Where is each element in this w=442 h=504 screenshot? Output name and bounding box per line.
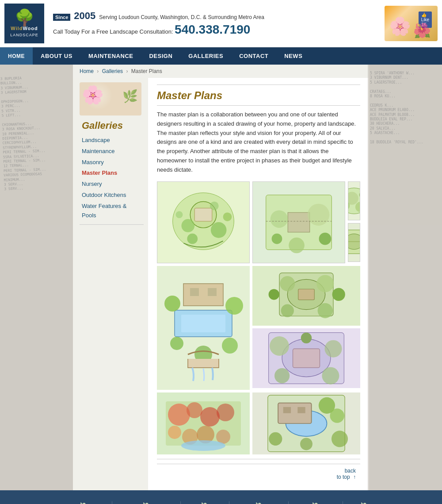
svg-point-14 (308, 204, 330, 226)
svg-point-6 (187, 233, 198, 244)
svg-point-64 (217, 404, 234, 421)
svg-point-56 (274, 368, 290, 383)
breadcrumb-home[interactable]: Home (80, 68, 94, 74)
header-info: Since 2005 Serving Loudoun County, Washi… (49, 10, 385, 37)
logo-wild: WildWood (10, 26, 38, 31)
sidebar-galleries-title: Galleries (80, 120, 144, 131)
nav-galleries-label: GALLERIES (188, 53, 223, 59)
svg-point-13 (271, 210, 288, 228)
svg-point-78 (269, 432, 282, 445)
svg-point-7 (210, 201, 219, 210)
nav-news[interactable]: NEWS (276, 47, 310, 65)
footer-nav-items: ❧ ABOUT US ❧ MAINTENANCE ❧ DESIGN ❧ GALL… (4, 499, 438, 504)
gallery-image-4[interactable] (348, 223, 360, 262)
top-divider (157, 85, 360, 85)
svg-point-80 (300, 438, 312, 450)
svg-point-16 (272, 233, 282, 244)
footer-nav-contact[interactable]: ❧ CONTACT (289, 499, 342, 504)
gallery-image-3[interactable] (348, 181, 360, 220)
svg-point-5 (211, 222, 227, 238)
gallery-image-6[interactable] (252, 266, 360, 326)
nav-contact[interactable]: CONTACT (231, 47, 276, 65)
logo-tree-icon: 🌳 (10, 10, 38, 26)
svg-point-54 (270, 336, 289, 356)
nav-maintenance[interactable]: MAINTENANCE (80, 47, 141, 65)
gallery-row-3 (157, 392, 360, 454)
svg-point-46 (318, 303, 333, 318)
sidebar-item-outdoor-kitchens[interactable]: Outdoor Kitchens (80, 190, 144, 201)
gallery-image-8[interactable] (157, 392, 250, 454)
intro-text: The master plan is a collaboration betwe… (157, 110, 360, 175)
footer-navigation: ❧ ABOUT US ❧ MAINTENANCE ❧ DESIGN ❧ GALL… (0, 490, 442, 504)
sidebar-item-master-plans[interactable]: Master Plans (80, 168, 144, 179)
header-bar: 🌳 WildWood LANDSCAPE Since 2005 Serving … (0, 0, 442, 47)
sidebar-flower-image: 🌸 🌿 (80, 82, 141, 115)
sidebar-item-masonry[interactable]: Masonry (80, 157, 144, 168)
sidebar-item-water-features[interactable]: Water Features & Pools (80, 201, 144, 221)
footer-nav-news[interactable]: ❧ NEWS (343, 499, 386, 504)
footer-nav-design[interactable]: ❧ DESIGN (181, 499, 229, 504)
right-sketch-bg: 5 SPIRA 'ANTHONY W...3 VIBURNUM DENT...5… (368, 65, 442, 490)
svg-point-36 (225, 297, 243, 315)
nav-about[interactable]: ABOUT US (33, 47, 80, 65)
nav-maintenance-label: MAINTENANCE (88, 53, 133, 59)
logo-box[interactable]: 🌳 WildWood LANDSCAPE (4, 4, 44, 43)
nav-home-label: HOME (8, 53, 25, 59)
cta-text: Call Today For a Free Landscape Consulta… (53, 28, 173, 35)
footer-nav-galleries[interactable]: ❧ GALLERIES (229, 499, 288, 504)
flower2-icon: 🌺 (413, 22, 431, 39)
sidebar-item-nursery[interactable]: Nursery (80, 179, 144, 190)
svg-rect-73 (278, 403, 312, 423)
sidebar-item-maintenance[interactable]: Maintenance (80, 146, 144, 157)
since-badge: Since (53, 14, 70, 21)
gallery-small-col (348, 181, 360, 263)
svg-rect-12 (288, 212, 310, 232)
nav-home[interactable]: HOME (0, 47, 33, 65)
gallery-right-col (252, 266, 360, 390)
sidebar-nav: Landscape Maintenance Masonry Master Pla… (80, 135, 144, 221)
nav-galleries[interactable]: GALLERIES (180, 47, 231, 65)
svg-point-37 (170, 337, 183, 350)
nav-news-label: NEWS (284, 53, 302, 59)
main-content: Master Plans The master plan is a collab… (148, 78, 369, 490)
back-to-top[interactable]: backto top ↑ (157, 464, 360, 484)
svg-point-58 (301, 332, 312, 343)
svg-point-79 (332, 431, 348, 447)
logo-landscape: LANDSCAPE (10, 33, 38, 37)
svg-point-63 (200, 407, 220, 427)
nav-design[interactable]: DESIGN (141, 47, 180, 65)
svg-point-57 (322, 367, 339, 384)
svg-point-65 (168, 426, 181, 439)
breadcrumb-sep2: › (126, 68, 128, 74)
svg-rect-3 (194, 208, 212, 221)
breadcrumb-current: Master Plans (131, 68, 162, 74)
sketch-text-right: 5 SPIRA 'ANTHONY W...3 VIBURNUM DENT...5… (368, 69, 442, 147)
gallery-image-7[interactable] (252, 328, 360, 388)
svg-point-38 (222, 338, 238, 354)
breadcrumb: Home › Galleries › Master Plans (73, 65, 369, 78)
svg-rect-34 (208, 288, 217, 296)
breadcrumb-wrapper: Home › Galleries › Master Plans (73, 65, 369, 78)
gallery-image-9[interactable] (252, 392, 360, 454)
svg-rect-75 (297, 407, 305, 413)
sidebar-item-landscape[interactable]: Landscape (80, 135, 144, 146)
gallery-image-1[interactable] (157, 181, 250, 263)
sidebar: 🌸 🌿 Galleries Landscape Maintenance Maso… (73, 78, 148, 490)
breadcrumb-galleries[interactable]: Galleries (102, 68, 123, 74)
footer-nav-maintenance[interactable]: ❧ MAINTENANCE (112, 499, 180, 504)
svg-point-49 (332, 288, 345, 300)
footer-nav-about[interactable]: ❧ ABOUT US (56, 499, 112, 504)
svg-point-77 (330, 408, 344, 423)
svg-rect-53 (293, 349, 320, 368)
nav-contact-label: CONTACT (239, 53, 268, 59)
header-flower: 👍 Like 1K 🌸 🌺 (385, 6, 438, 41)
gallery-row-1 (157, 181, 360, 263)
back-to-top-arrow-icon: ↑ (353, 474, 356, 480)
gallery-image-2[interactable] (252, 181, 345, 263)
svg-point-45 (281, 304, 294, 317)
left-sketch-bg: 3 BUPLORIABULLION...3 VIBURNUM...3 LAGER… (0, 65, 73, 490)
since-year: 2005 (74, 10, 95, 22)
gallery-image-5[interactable] (157, 266, 250, 390)
svg-point-55 (324, 340, 342, 357)
phone-number[interactable]: 540.338.7190 (175, 23, 250, 36)
